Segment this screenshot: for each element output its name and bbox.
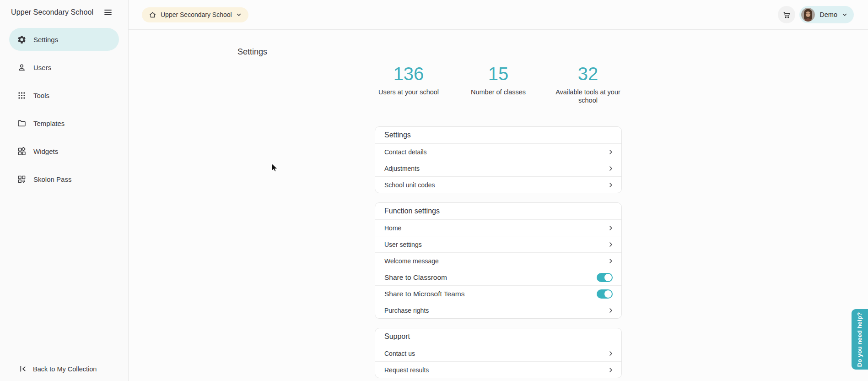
sidebar-item-users[interactable]: Users xyxy=(9,56,119,79)
sidebar: Upper Secondary School Settings Users xyxy=(0,0,129,381)
back-icon xyxy=(19,365,27,373)
sidebar-item-label: Skolon Pass xyxy=(33,175,71,183)
row-user-settings[interactable]: User settings xyxy=(375,236,621,252)
stat-tools: 32 Available tools at your school xyxy=(543,63,633,104)
stat-label: Number of classes xyxy=(460,88,537,96)
folder-icon xyxy=(17,119,27,128)
topbar: Upper Secondary School Demo xyxy=(129,0,868,30)
row-contact-details[interactable]: Contact details xyxy=(375,143,621,160)
card-support: Support Contact us Request results xyxy=(375,328,622,378)
sidebar-item-widgets[interactable]: Widgets xyxy=(9,140,119,163)
stat-classes: 15 Number of classes xyxy=(453,63,543,104)
qr-code-icon xyxy=(17,174,27,184)
help-tab-button[interactable]: Do you need help? xyxy=(852,309,868,370)
school-selector-dropdown[interactable]: Upper Secondary School xyxy=(142,7,248,22)
person-icon xyxy=(17,63,27,72)
sidebar-item-templates[interactable]: Templates xyxy=(9,112,119,135)
sidebar-item-settings[interactable]: Settings xyxy=(9,28,119,51)
help-tab-label: Do you need help? xyxy=(857,312,863,367)
chevron-right-icon xyxy=(608,258,614,264)
stat-label: Users at your school xyxy=(370,88,447,96)
chevron-right-icon xyxy=(608,367,614,373)
card-title: Function settings xyxy=(375,203,621,219)
row-welcome-message[interactable]: Welcome message xyxy=(375,252,621,269)
chevron-right-icon xyxy=(608,149,614,155)
stat-label: Available tools at your school xyxy=(550,88,626,104)
sidebar-item-skolon-pass[interactable]: Skolon Pass xyxy=(9,168,119,190)
row-home[interactable]: Home xyxy=(375,219,621,236)
stat-users: 136 Users at your school xyxy=(364,63,453,104)
gear-icon xyxy=(17,35,27,44)
sidebar-header: Upper Secondary School xyxy=(0,0,128,23)
chevron-right-icon xyxy=(608,225,614,231)
chevron-right-icon xyxy=(608,350,614,357)
back-label: Back to My Collection xyxy=(33,365,97,373)
sidebar-item-label: Widgets xyxy=(33,147,58,155)
chevron-right-icon xyxy=(608,307,614,314)
chevron-down-icon xyxy=(842,12,847,17)
row-purchase-rights[interactable]: Purchase rights xyxy=(375,302,621,318)
school-selector-label: Upper Secondary School xyxy=(161,11,232,18)
chevron-right-icon xyxy=(608,165,614,172)
user-menu-dropdown[interactable]: Demo xyxy=(799,6,854,23)
row-request-results[interactable]: Request results xyxy=(375,361,621,378)
settings-cards: Settings Contact details Adjustments Sch… xyxy=(375,126,622,378)
share-to-classroom-toggle[interactable] xyxy=(597,273,613,282)
sidebar-item-label: Templates xyxy=(33,120,65,127)
page-title: Settings xyxy=(237,47,759,57)
row-school-unit-codes[interactable]: School unit codes xyxy=(375,176,621,193)
sidebar-school-name: Upper Secondary School xyxy=(11,8,93,16)
home-icon xyxy=(149,11,156,19)
sidebar-item-label: Users xyxy=(33,64,51,71)
share-to-microsoft-teams-toggle[interactable] xyxy=(597,289,613,299)
card-title: Settings xyxy=(375,127,621,143)
sidebar-item-tools[interactable]: Tools xyxy=(9,84,119,107)
chevron-down-icon xyxy=(236,12,242,17)
hamburger-menu-icon[interactable] xyxy=(102,7,113,18)
widgets-icon xyxy=(17,147,27,156)
row-share-to-classroom: Share to Classroom xyxy=(375,269,621,285)
sidebar-item-label: Tools xyxy=(33,92,49,99)
grid-icon xyxy=(17,91,27,100)
chevron-right-icon xyxy=(608,241,614,248)
sidebar-nav: Settings Users Tools Templates xyxy=(0,23,128,190)
stats-row: 136 Users at your school 15 Number of cl… xyxy=(237,63,759,104)
row-adjustments[interactable]: Adjustments xyxy=(375,160,621,176)
shopping-cart-button[interactable] xyxy=(778,6,795,23)
row-share-to-microsoft-teams: Share to Microsoft Teams xyxy=(375,285,621,302)
stat-value: 32 xyxy=(550,63,626,84)
shopping-cart-icon xyxy=(782,11,791,19)
user-name: Demo xyxy=(819,11,837,18)
card-settings: Settings Contact details Adjustments Sch… xyxy=(375,126,622,193)
stat-value: 136 xyxy=(370,63,447,84)
back-to-my-collection-button[interactable]: Back to My Collection xyxy=(0,363,128,381)
card-function-settings: Function settings Home User settings Wel… xyxy=(375,202,622,319)
main-content: Settings 136 Users at your school 15 Num… xyxy=(129,30,868,381)
card-title: Support xyxy=(375,328,621,345)
stat-value: 15 xyxy=(460,63,537,84)
avatar xyxy=(801,8,815,22)
topbar-right: Demo xyxy=(778,6,854,23)
chevron-right-icon xyxy=(608,182,614,188)
row-contact-us[interactable]: Contact us xyxy=(375,345,621,361)
sidebar-item-label: Settings xyxy=(33,36,58,44)
